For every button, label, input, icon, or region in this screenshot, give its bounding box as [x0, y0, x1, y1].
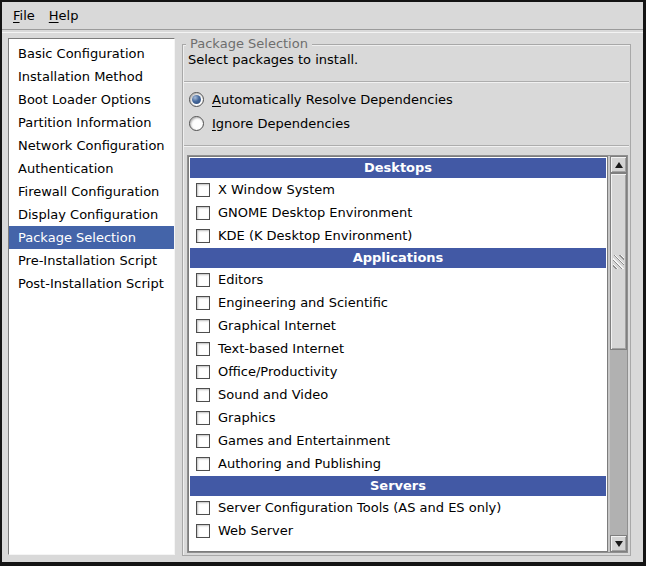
package-label: Graphics	[218, 410, 275, 425]
sidebar-item-package-selection[interactable]: Package Selection	[9, 226, 174, 249]
package-label: Web Server	[218, 523, 293, 538]
scroll-down-button[interactable]	[610, 535, 627, 552]
package-row-kde-k-desktop-environment[interactable]: KDE (K Desktop Environment)	[189, 224, 607, 247]
x-window-system-checkbox[interactable]	[196, 183, 210, 197]
package-row-text-based-internet[interactable]: Text-based Internet	[189, 337, 607, 360]
sidebar-item-basic-configuration[interactable]: Basic Configuration	[9, 42, 174, 65]
sidebar-item-firewall-configuration[interactable]: Firewall Configuration	[9, 180, 174, 203]
group-header-servers: Servers	[190, 476, 606, 496]
package-row-x-window-system[interactable]: X Window System	[189, 178, 607, 201]
radio-button-icon[interactable]	[189, 116, 204, 131]
package-label: Text-based Internet	[218, 341, 344, 356]
menu-help[interactable]: Help	[42, 5, 86, 26]
package-row-gnome-desktop-environment[interactable]: GNOME Desktop Environment	[189, 201, 607, 224]
scrollbar-thumb[interactable]	[610, 173, 627, 350]
web-server-checkbox[interactable]	[196, 524, 210, 538]
package-label: Games and Entertainment	[218, 433, 390, 448]
config-sections-list: Basic ConfigurationInstallation MethodBo…	[8, 38, 175, 555]
package-label: Graphical Internet	[218, 318, 336, 333]
package-label: Office/Productivity	[218, 364, 337, 379]
sidebar-item-partition-information[interactable]: Partition Information	[9, 111, 174, 134]
group-header-desktops: Desktops	[190, 158, 606, 178]
package-row-engineering-and-scientific[interactable]: Engineering and Scientific	[189, 291, 607, 314]
radio-button-icon[interactable]	[189, 92, 204, 107]
scroll-up-button[interactable]	[610, 156, 627, 173]
menubar: File Help	[2, 2, 643, 29]
radio-ignore-dependencies[interactable]: Ignore Dependencies	[189, 113, 453, 133]
menu-file[interactable]: File	[6, 5, 42, 26]
sidebar-item-installation-method[interactable]: Installation Method	[9, 65, 174, 88]
kde-k-desktop-environment-checkbox[interactable]	[196, 229, 210, 243]
package-row-games-and-entertainment[interactable]: Games and Entertainment	[189, 429, 607, 452]
package-row-server-configuration-tools-as-and-es-only[interactable]: Server Configuration Tools (AS and ES on…	[189, 496, 607, 519]
up-arrow-icon	[615, 162, 623, 168]
package-row-authoring-and-publishing[interactable]: Authoring and Publishing	[189, 452, 607, 475]
kickstart-configurator-window: File Help Basic ConfigurationInstallatio…	[0, 0, 646, 566]
separator	[184, 81, 629, 83]
radio-label: Ignore Dependencies	[212, 116, 350, 131]
package-selection-frame: Package Selection Select packages to ins…	[182, 44, 631, 556]
vertical-scrollbar[interactable]	[610, 156, 627, 552]
package-row-graphics[interactable]: Graphics	[189, 406, 607, 429]
scrollbar-trough[interactable]	[610, 350, 627, 535]
package-row-web-server[interactable]: Web Server	[189, 519, 607, 542]
games-and-entertainment-checkbox[interactable]	[196, 434, 210, 448]
frame-title: Package Selection	[186, 36, 312, 51]
sidebar-item-authentication[interactable]: Authentication	[9, 157, 174, 180]
office-productivity-checkbox[interactable]	[196, 365, 210, 379]
package-label: Engineering and Scientific	[218, 295, 388, 310]
package-row-sound-and-video[interactable]: Sound and Video	[189, 383, 607, 406]
package-label: Editors	[218, 272, 263, 287]
radio-label: Automatically Resolve Dependencies	[212, 92, 453, 107]
description-text: Select packages to install.	[188, 52, 358, 67]
menubar-separator	[2, 29, 643, 33]
editors-checkbox[interactable]	[196, 273, 210, 287]
package-label: Authoring and Publishing	[218, 456, 381, 471]
sound-and-video-checkbox[interactable]	[196, 388, 210, 402]
group-header-applications: Applications	[190, 248, 606, 268]
sidebar-item-post-installation-script[interactable]: Post-Installation Script	[9, 272, 174, 295]
sidebar-item-network-configuration[interactable]: Network Configuration	[9, 134, 174, 157]
graphics-checkbox[interactable]	[196, 411, 210, 425]
package-label: Server Configuration Tools (AS and ES on…	[218, 500, 501, 515]
package-groups-scrollarea: DesktopsX Window SystemGNOME Desktop Env…	[187, 155, 628, 553]
separator	[184, 145, 629, 147]
graphical-internet-checkbox[interactable]	[196, 319, 210, 333]
radio-automatically-resolve-dependencies[interactable]: Automatically Resolve Dependencies	[189, 89, 453, 109]
package-list-viewport: DesktopsX Window SystemGNOME Desktop Env…	[188, 156, 608, 552]
server-configuration-tools-as-and-es-only-checkbox[interactable]	[196, 501, 210, 515]
package-label: Sound and Video	[218, 387, 328, 402]
sidebar-item-display-configuration[interactable]: Display Configuration	[9, 203, 174, 226]
down-arrow-icon	[615, 541, 623, 547]
engineering-and-scientific-checkbox[interactable]	[196, 296, 210, 310]
sidebar-item-boot-loader-options[interactable]: Boot Loader Options	[9, 88, 174, 111]
authoring-and-publishing-checkbox[interactable]	[196, 457, 210, 471]
text-based-internet-checkbox[interactable]	[196, 342, 210, 356]
sidebar-item-pre-installation-script[interactable]: Pre-Installation Script	[9, 249, 174, 272]
package-row-graphical-internet[interactable]: Graphical Internet	[189, 314, 607, 337]
package-label: KDE (K Desktop Environment)	[218, 228, 412, 243]
package-row-office-productivity[interactable]: Office/Productivity	[189, 360, 607, 383]
thumb-grip-icon	[613, 255, 624, 269]
dependency-options: Automatically Resolve DependenciesIgnore…	[189, 89, 453, 133]
package-row-editors[interactable]: Editors	[189, 268, 607, 291]
package-label: GNOME Desktop Environment	[218, 205, 412, 220]
package-label: X Window System	[218, 182, 335, 197]
gnome-desktop-environment-checkbox[interactable]	[196, 206, 210, 220]
